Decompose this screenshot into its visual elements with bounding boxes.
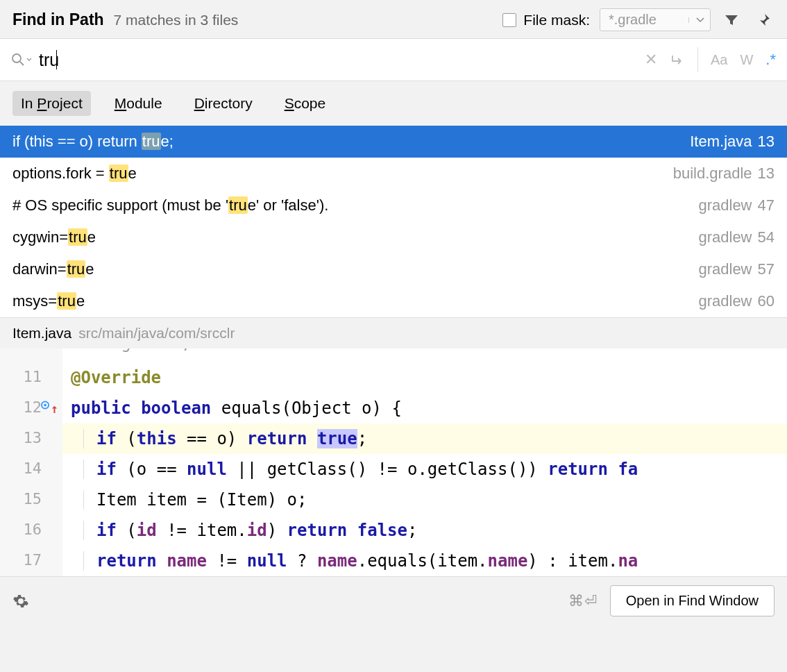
result-linenum: 13 — [758, 165, 775, 183]
gutter-linenum: 12↑ — [0, 393, 62, 423]
result-filename: Item.java — [690, 133, 752, 151]
preview-filename: Item.java — [12, 325, 71, 342]
matches-summary: 7 matches in 3 files — [114, 12, 239, 28]
gutter-linenum: 16 — [0, 515, 62, 546]
result-row[interactable]: cygwin=true gradlew54 — [0, 221, 787, 253]
gutter-linenum — [0, 348, 62, 362]
pin-icon[interactable] — [752, 9, 775, 31]
open-in-find-window-button[interactable]: Open in Find Window — [610, 585, 775, 616]
dialog-footer: ⌘⏎ Open in Find Window — [0, 576, 787, 625]
result-linenum: 57 — [758, 260, 775, 278]
results-list: if (this == o) return true; Item.java13 … — [0, 126, 787, 317]
whole-word-toggle[interactable]: W — [740, 52, 753, 68]
divider — [697, 47, 698, 72]
regex-toggle[interactable]: .* — [765, 51, 776, 69]
gutter-linenum: 17 — [0, 546, 62, 576]
dialog-title: Find in Path — [12, 10, 104, 29]
newline-icon[interactable] — [670, 53, 685, 67]
search-icon — [11, 53, 32, 67]
filter-icon[interactable] — [720, 9, 743, 31]
gutter-linenum: 13 — [0, 423, 62, 454]
chevron-down-icon — [688, 17, 704, 23]
preview-path: src/main/java/com/srcclr — [78, 325, 235, 342]
result-filename: gradlew — [698, 292, 752, 310]
search-row: tru ✕ Aa W .* — [0, 38, 787, 81]
result-row[interactable]: if (this == o) return true; Item.java13 — [0, 126, 787, 158]
dialog-header: Find in Path 7 matches in 3 files File m… — [0, 0, 787, 38]
override-up-icon[interactable]: ↑ — [51, 401, 58, 416]
result-filename: gradlew — [698, 228, 752, 246]
shortcut-hint: ⌘⏎ — [568, 592, 598, 610]
file-mask-checkbox[interactable] — [502, 13, 516, 27]
result-linenum: 13 — [758, 133, 775, 151]
svg-point-0 — [12, 54, 21, 62]
result-row[interactable]: # OS specific support (must be 'true' or… — [0, 190, 787, 221]
result-linenum: 60 — [758, 292, 775, 310]
result-filename: gradlew — [698, 196, 752, 215]
clear-icon[interactable]: ✕ — [645, 51, 657, 69]
scope-tabs: In Project Module Directory Scope — [0, 81, 787, 126]
gutter-linenum: 14 — [0, 454, 62, 485]
file-mask-select[interactable]: *.gradle — [600, 8, 711, 31]
tab-directory[interactable]: Directory — [186, 91, 261, 116]
match-case-toggle[interactable]: Aa — [711, 52, 727, 68]
preview-header: Item.java src/main/java/com/srcclr — [0, 317, 787, 348]
gutter-linenum: 11 — [0, 362, 62, 393]
code-preview[interactable]: String name; 11 @Override 12↑ public boo… — [0, 348, 787, 576]
result-filename: gradlew — [698, 260, 752, 278]
file-mask-value: *.gradle — [609, 12, 657, 28]
result-linenum: 47 — [758, 196, 775, 215]
tab-scope[interactable]: Scope — [276, 91, 335, 116]
file-mask-checkbox-wrap[interactable]: File mask: — [502, 12, 590, 28]
file-mask-label: File mask: — [523, 12, 590, 28]
result-row[interactable]: options.fork = true build.gradle13 — [0, 158, 787, 190]
result-row[interactable]: darwin=true gradlew57 — [0, 253, 787, 285]
tab-module[interactable]: Module — [106, 91, 171, 116]
gear-icon[interactable] — [12, 593, 29, 610]
result-row[interactable]: msys=true gradlew60 — [0, 285, 787, 317]
result-linenum: 54 — [758, 228, 775, 246]
result-filename: build.gradle — [673, 165, 752, 183]
gutter-linenum: 15 — [0, 485, 62, 515]
tab-in-project[interactable]: In Project — [12, 91, 91, 116]
text-caret — [56, 50, 57, 69]
svg-line-1 — [20, 62, 24, 65]
override-marker-icon[interactable] — [41, 401, 49, 410]
